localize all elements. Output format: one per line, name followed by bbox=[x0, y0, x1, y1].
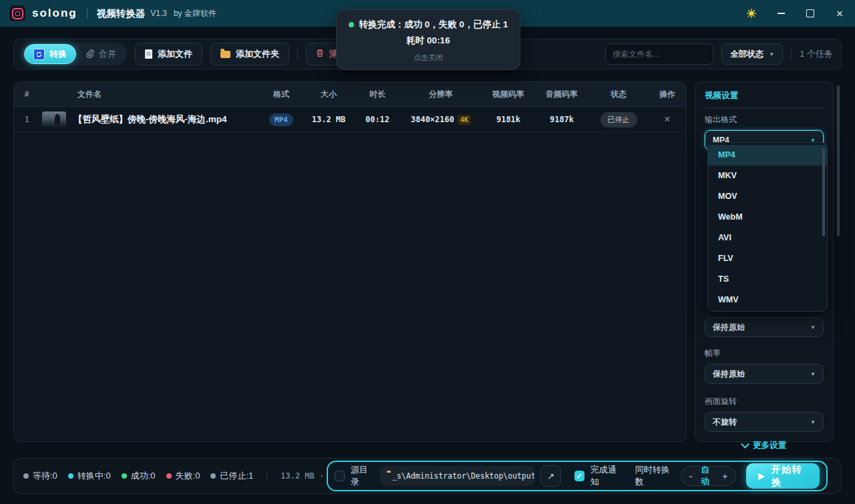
row-filename: 【哲风壁纸】傍晚-傍晚海风-海边.mp4 bbox=[73, 113, 227, 125]
dropdown-scrollbar[interactable] bbox=[822, 148, 825, 236]
output-format-label: 输出格式 bbox=[705, 114, 824, 125]
framerate-select[interactable]: 保持原始 ▼ bbox=[705, 364, 824, 384]
app-name: solong bbox=[32, 7, 77, 20]
dropdown-option-mkv[interactable]: MKV bbox=[708, 166, 827, 186]
output-path-input[interactable]: _s\Administrator\Desktop\output_sl_vc bbox=[380, 466, 534, 486]
status-waiting: 等待:0 bbox=[23, 470, 57, 482]
header-video-bitrate: 视频码率 bbox=[482, 89, 535, 100]
toast-dismiss-hint: 点击关闭 bbox=[346, 53, 510, 63]
bottom-bar: 等待:0 转换中:0 成功:0 失败:0 已停止:1 13.2 MB · 00:… bbox=[13, 458, 842, 494]
header-status: 状态 bbox=[588, 89, 649, 100]
tab-merge-label: 合并 bbox=[99, 48, 116, 60]
row-index: 1 bbox=[14, 115, 39, 124]
row-size: 13.2 MB bbox=[303, 115, 355, 124]
concurrent-stepper: - 自动 + bbox=[681, 466, 736, 486]
dropdown-option-mp4[interactable]: MP4 bbox=[708, 145, 827, 166]
document-icon bbox=[145, 49, 152, 59]
status-stopped: 已停止:1 bbox=[210, 470, 253, 482]
row-delete-icon[interactable]: × bbox=[649, 113, 686, 125]
task-count: 1 个任务 bbox=[800, 48, 833, 60]
format-dropdown-list: MP4 MKV MOV WebM AVI FLV TS WMV bbox=[707, 142, 828, 312]
more-settings-link[interactable]: 更多设置 bbox=[705, 440, 824, 451]
chevron-down-icon: ▼ bbox=[810, 371, 816, 377]
app-version: V1.3 bbox=[150, 9, 167, 18]
maximize-button[interactable] bbox=[804, 7, 816, 19]
status-converting-label: 转换中:0 bbox=[77, 470, 111, 482]
rotate-label: 画面旋转 bbox=[705, 396, 824, 407]
dropdown-option-wmv[interactable]: WMV bbox=[708, 290, 827, 310]
table-header-row: # 文件名 格式 大小 时长 分辨率 视频码率 音频码率 状态 操作 bbox=[14, 82, 686, 107]
sidebar-scrollbar[interactable] bbox=[837, 85, 840, 236]
chevron-down-icon bbox=[741, 440, 749, 449]
status-dot bbox=[68, 473, 73, 479]
status-converting: 转换中:0 bbox=[68, 470, 111, 482]
search-input[interactable] bbox=[605, 43, 713, 65]
row-audio-bitrate: 9187k bbox=[535, 115, 588, 124]
status-summary-group: 等待:0 转换中:0 成功:0 失败:0 已停止:1 13.2 MB · 00:… bbox=[23, 470, 353, 482]
dropdown-option-webm[interactable]: WebM bbox=[708, 207, 827, 228]
dropdown-option-flv[interactable]: FLV bbox=[708, 248, 827, 269]
status-dot bbox=[122, 473, 127, 479]
titlebar-divider bbox=[87, 8, 88, 19]
convert-icon bbox=[33, 49, 45, 60]
header-filename: 文件名 bbox=[39, 89, 260, 100]
toast-notification[interactable]: 转换完成：成功 0，失败 0，已停止 1 耗时 00:16 点击关闭 bbox=[336, 9, 520, 70]
sidebar-heading: 视频设置 bbox=[705, 90, 824, 108]
check-icon: ✓ bbox=[576, 472, 582, 481]
close-button[interactable]: × bbox=[834, 7, 846, 19]
tab-convert[interactable]: 转换 bbox=[24, 44, 76, 64]
tab-merge[interactable]: 合并 bbox=[76, 48, 125, 60]
format-badge: MP4 bbox=[269, 113, 293, 126]
resolution-tag-badge: 4K bbox=[458, 115, 471, 125]
output-path-text: _s\Administrator\Desktop\output_sl_vc bbox=[392, 471, 534, 481]
trash-icon bbox=[316, 49, 324, 59]
theme-icon[interactable] bbox=[745, 7, 757, 19]
app-window: solong 视频转换器 V1.3 by 金牌软件 × bbox=[0, 0, 855, 504]
status-failed-label: 失败:0 bbox=[176, 470, 200, 482]
row-video-bitrate: 9181k bbox=[482, 115, 535, 124]
add-folder-button[interactable]: 添加文件夹 bbox=[210, 43, 289, 65]
dropdown-option-ts[interactable]: TS bbox=[708, 269, 827, 290]
toolbar-divider bbox=[791, 47, 792, 61]
resolution-select[interactable]: 保持原始 ▼ bbox=[705, 317, 824, 337]
add-file-button[interactable]: 添加文件 bbox=[135, 43, 202, 65]
start-convert-label: 开始转换 bbox=[771, 463, 808, 489]
status-divider bbox=[267, 470, 267, 482]
stepper-value: 自动 bbox=[701, 465, 713, 487]
header-resolution: 分辨率 bbox=[400, 89, 482, 100]
source-dir-checkbox[interactable] bbox=[335, 471, 345, 481]
status-failed: 失败:0 bbox=[166, 470, 200, 482]
rotate-select[interactable]: 不旋转 ▼ bbox=[705, 412, 824, 432]
table-row[interactable]: 1 【哲风壁纸】傍晚-傍晚海风-海边.mp4 MP4 13.2 MB 00:12… bbox=[14, 107, 686, 133]
dropdown-option-avi[interactable]: AVI bbox=[708, 228, 827, 248]
row-duration: 00:12 bbox=[355, 115, 400, 124]
minimize-button[interactable] bbox=[775, 7, 787, 19]
start-convert-button[interactable]: ▶ 开始转换 bbox=[746, 463, 820, 489]
play-icon: ▶ bbox=[758, 471, 765, 481]
header-duration: 时长 bbox=[355, 89, 400, 100]
header-audio-bitrate: 音频码率 bbox=[535, 89, 588, 100]
open-output-folder-button[interactable]: ↗ bbox=[540, 465, 561, 487]
conversion-action-box: 源目录 _s\Administrator\Desktop\output_sl_v… bbox=[327, 461, 828, 491]
row-resolution: 3840×2160 bbox=[411, 115, 454, 124]
chevron-down-icon: ▼ bbox=[810, 419, 816, 425]
concurrent-label: 同时转换数 bbox=[635, 464, 675, 488]
file-table: # 文件名 格式 大小 时长 分辨率 视频码率 音频码率 状态 操作 1 【哲风… bbox=[13, 81, 687, 442]
notify-checkbox[interactable]: ✓ bbox=[574, 471, 584, 481]
toast-message: 转换完成：成功 0，失败 0，已停止 1 bbox=[359, 19, 508, 31]
folder-icon bbox=[220, 51, 230, 58]
status-dot bbox=[23, 473, 29, 479]
chevron-down-icon: ▼ bbox=[810, 324, 816, 330]
dropdown-option-mov[interactable]: MOV bbox=[708, 186, 827, 207]
status-filter-dropdown[interactable]: 全部状态 ▼ bbox=[721, 43, 783, 65]
stepper-minus-button[interactable]: - bbox=[689, 471, 692, 481]
status-success-label: 成功:0 bbox=[131, 470, 156, 482]
notify-label: 完成通知 bbox=[590, 464, 622, 488]
status-waiting-label: 等待:0 bbox=[33, 470, 57, 482]
toolbar-divider bbox=[297, 47, 298, 61]
more-settings-label: 更多设置 bbox=[753, 440, 786, 451]
settings-sidebar: 视频设置 输出格式 MP4 ▼ MP4 MKV MOV WebM AVI FLV… bbox=[695, 81, 834, 442]
tab-convert-label: 转换 bbox=[49, 48, 67, 60]
success-dot-icon bbox=[349, 22, 354, 27]
stepper-plus-button[interactable]: + bbox=[723, 471, 728, 481]
